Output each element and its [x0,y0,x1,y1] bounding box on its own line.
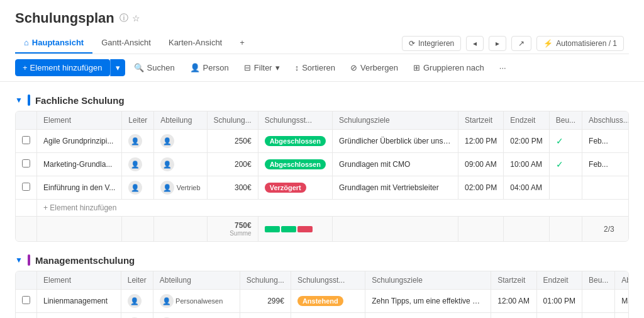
col-leiter-header: Leiter [122,111,154,130]
person-button[interactable]: 👤 Person [184,60,235,76]
arrow-right-icon[interactable]: ▸ [489,36,506,51]
person-avatar: 👤 [128,294,142,308]
row-start: 04:00 PM [491,313,536,319]
section-title-fachlich: Fachliche Schulung [35,95,125,106]
col-schulung-header-m: Schulung... [240,271,291,290]
col-start-header-m: Startzeit [491,271,536,290]
sum-empty [549,217,582,242]
table-header-row: Element Leiter Abteilung Schulung... Sch… [16,111,629,130]
col-start-header: Startzeit [458,111,503,130]
hide-icon: ⊘ [350,63,357,72]
person-avatar: 👤 [128,181,142,195]
summary-row: 750€ Summe 2/3 👤 [16,217,629,242]
person-avatar: 👤 [128,157,142,171]
tab-hauptansicht[interactable]: ⌂ Hauptansicht [15,33,92,54]
col-element-header: Element [37,111,122,130]
filter-chevron: ▾ [275,63,280,72]
add-element-dropdown[interactable]: ▾ [110,59,125,76]
verbergen-button[interactable]: ⊘ Verbergen [344,60,404,76]
search-button[interactable]: 🔍 Suchen [128,60,181,76]
row-leiter: 👤 [122,130,154,153]
status-badge: Abgeschlossen [265,159,326,169]
row-end: 04:00 AM [504,176,549,200]
row-element: Feedback „nach ob... [37,313,121,319]
row-checkbox[interactable] [16,130,37,153]
row-beu [582,290,614,313]
section-chevron-management[interactable]: ▼ [15,256,23,264]
sum-empty [154,217,207,242]
share-icon[interactable]: ↗ [511,36,531,51]
row-checkbox[interactable] [16,290,37,313]
row-status: Anstehend [291,290,365,313]
row-ziele: Zehn Tipps, um eine effektive Fü... [365,290,491,313]
row-ziele: Grundlagen mit Vertriebsleiter [332,176,458,200]
person-avatar: 👤 [160,294,174,308]
col-beu-header: Beu... [549,111,582,130]
person-avatar: 👤 [160,134,174,148]
table-fachlich: Element Leiter Abteilung Schulung... Sch… [15,111,629,242]
section-chevron-fachlich[interactable]: ▼ [15,96,23,105]
row-beu: ✓ [582,313,614,319]
row-schulung: 100€ [240,313,291,319]
sum-progress [258,217,332,242]
more-button[interactable]: ··· [493,60,513,76]
row-abschluss: Feb... [582,130,629,153]
row-abteilung: 👤 [154,153,207,176]
row-beu: ✓ [549,153,582,176]
toolbar: + Element hinzufügen ▾ 🔍 Suchen 👤 Person… [0,54,644,82]
group-icon: ⊞ [413,63,420,72]
page-title: Schulungsplan ⓘ ☆ [15,10,629,26]
row-ziele: Grundlagen mit CMO [332,153,458,176]
table-row[interactable]: Agile Grundprinzipi... 👤 👤 250€ Abgeschl… [16,130,629,153]
add-element-button[interactable]: + Element hinzufügen [15,59,110,76]
tab-karten[interactable]: Karten-Ansicht [160,33,231,54]
table-row[interactable]: Einführung in den V... 👤 👤 Vertrieb 300€… [16,176,629,200]
row-end: 02:00 PM [504,130,549,153]
tab-gantt[interactable]: Gantt-Ansicht [92,33,160,54]
lightning-icon: ⚡ [543,39,553,48]
col-schulung-header: Schulung... [207,111,258,130]
tab-bar-right: ⟳ Integrieren ◂ ▸ ↗ ⚡ Automatisieren / 1 [402,36,629,51]
row-abteilung: 👤 Vertrieb [154,176,207,200]
row-status: Verzögert [258,176,332,200]
star-icon[interactable]: ☆ [132,13,140,24]
table-header-row-management: Element Leiter Abteilung Schulung... Sch… [16,271,629,290]
row-schulung: 200€ [207,153,258,176]
gruppieren-button[interactable]: ⊞ Gruppieren nach [407,60,491,76]
row-schulung: 300€ [207,176,258,200]
checkmark-icon: ✓ [556,136,564,146]
person-icon: 👤 [190,63,200,72]
integrieren-button[interactable]: ⟳ Integrieren [402,36,461,51]
col-beu-header-m: Beu... [582,271,614,290]
row-start: 12:00 PM [458,130,503,153]
row-start: 09:00 AM [458,153,503,176]
add-row[interactable]: + Element hinzufügen [16,200,629,217]
search-icon: 🔍 [134,63,144,72]
table-row[interactable]: Marketing-Grundla... 👤 👤 200€ Abgeschlos… [16,153,629,176]
filter-icon: ⊟ [244,63,251,72]
automatisieren-button[interactable]: ⚡ Automatisieren / 1 [536,36,624,51]
sortieren-button[interactable]: ↕ Sortieren [289,60,341,76]
tab-add[interactable]: + [231,33,253,54]
content: ▼ Fachliche Schulung Element Leiter Abte… [0,94,644,318]
col-status-header-m: Schulungsst... [291,271,365,290]
row-element: Einführung in den V... [37,176,122,200]
row-checkbox[interactable] [16,176,37,200]
row-ziele: Gründlicher Überblick über unser... [332,130,458,153]
section-color-bar-fachlich [28,94,30,106]
sort-icon: ↕ [295,63,299,72]
row-status: Abgeschlossen [258,130,332,153]
info-icon[interactable]: ⓘ [119,13,128,24]
checkmark-icon: ✓ [556,159,564,169]
row-checkbox[interactable] [16,153,37,176]
add-element-link[interactable]: + Element hinzufügen [37,200,630,217]
col-checkbox [16,271,37,290]
arrow-left-icon[interactable]: ◂ [466,36,484,51]
filter-button[interactable]: ⊟ Filter ▾ [238,60,286,76]
section-color-bar-management [28,254,30,266]
table-row[interactable]: Linienmanagement 👤 👤 Personalwesen 299€ … [16,290,629,313]
tab-bar: ⌂ Hauptansicht Gantt-Ansicht Karten-Ansi… [15,33,629,54]
row-checkbox[interactable] [16,313,37,319]
row-leiter: 👤 [122,153,154,176]
table-row[interactable]: Feedback „nach ob... 👤 👤 Lernen und Entw… [16,313,629,319]
